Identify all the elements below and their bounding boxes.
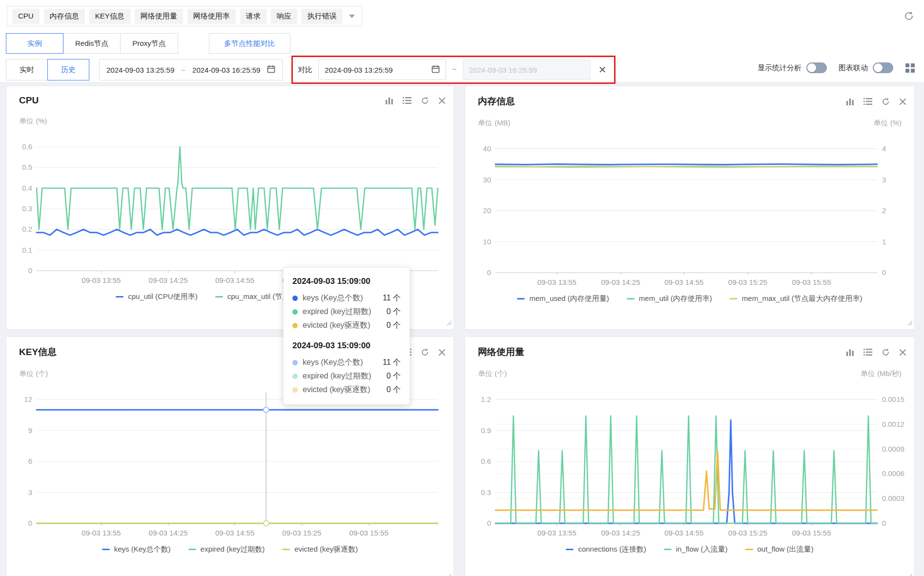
calendar-icon[interactable] <box>431 65 440 75</box>
series-dot-icon <box>292 387 298 393</box>
legend-dash <box>745 549 753 550</box>
unit-left-label: 单位 (个) <box>19 369 48 379</box>
caret-down-icon[interactable] <box>349 15 355 18</box>
svg-text:09-03 15:25: 09-03 15:25 <box>728 278 767 286</box>
close-icon[interactable] <box>438 349 446 356</box>
compare-start-input[interactable]: 2024-09-03 13:25:59 <box>318 60 446 80</box>
calendar-icon[interactable] <box>267 65 275 75</box>
legend-dash <box>116 296 123 298</box>
legend-label: out_flow (出流量) <box>758 545 814 554</box>
series-dot-icon <box>292 309 298 315</box>
scope-tab-Redis节点[interactable]: Redis节点 <box>63 33 121 54</box>
bar-chart-icon[interactable] <box>385 97 393 105</box>
svg-text:6: 6 <box>28 457 32 465</box>
chart-link-toggle[interactable] <box>873 62 893 73</box>
tooltip-series-label: evicted (key驱逐数) <box>303 385 370 395</box>
close-icon[interactable] <box>899 98 906 105</box>
tooltip-row: keys (Key总个数)11 个 <box>292 356 401 369</box>
legend-item[interactable]: mem_util (内存使用率) <box>627 294 712 303</box>
refresh-icon[interactable] <box>421 97 429 105</box>
legend-item[interactable]: mem_used (内存使用量) <box>517 294 609 303</box>
refresh-icon[interactable] <box>421 348 429 357</box>
legend-item[interactable]: mem_max_util (节点最大内存使用率) <box>730 294 862 303</box>
multi-node-compare-button[interactable]: 多节点性能对比 <box>209 33 290 54</box>
metric-tab-执行错误[interactable]: 执行错误 <box>302 9 343 24</box>
chart-area[interactable]: 00.10.20.30.40.50.609-03 13:5509-03 14:2… <box>6 127 453 290</box>
list-icon[interactable] <box>863 98 872 105</box>
svg-text:09-03 14:25: 09-03 14:25 <box>601 529 640 537</box>
legend-dash <box>517 298 525 299</box>
scope-tab-Proxy节点[interactable]: Proxy节点 <box>120 33 178 54</box>
svg-text:09-03 13:55: 09-03 13:55 <box>537 278 576 286</box>
tooltip-series-value: 11 个 <box>383 293 401 303</box>
svg-text:0.2: 0.2 <box>22 225 32 233</box>
chart-area[interactable]: 00.00030.00060.00090.00120.001500.30.60.… <box>465 380 914 543</box>
metric-tab-内存信息[interactable]: 内存信息 <box>44 9 85 24</box>
close-icon[interactable] <box>438 97 446 104</box>
grid-layout-icon[interactable] <box>905 63 915 73</box>
legend-dash <box>102 549 110 550</box>
chart-legend: connections (连接数)in_flow (入流量)out_flow (… <box>465 545 914 554</box>
resize-handle[interactable] <box>446 572 452 576</box>
legend-item[interactable]: out_flow (出流量) <box>745 545 814 554</box>
legend-label: evicted (key驱逐数) <box>294 545 358 554</box>
svg-text:09-03 14:25: 09-03 14:25 <box>601 278 640 286</box>
legend-item[interactable]: cpu_util (CPU使用率) <box>116 292 198 301</box>
resize-handle[interactable] <box>906 572 913 576</box>
compare-label: 对比 <box>298 65 312 75</box>
list-icon[interactable] <box>403 97 411 104</box>
metric-tab-网络使用量[interactable]: 网络使用量 <box>135 9 183 24</box>
svg-text:0.0003: 0.0003 <box>882 494 904 502</box>
chart-area[interactable]: 0123401020304009-03 13:5509-03 14:2509-0… <box>465 129 914 292</box>
scope-tab-实例[interactable]: 实例 <box>6 33 63 54</box>
panel-title: 网络使用量 <box>478 346 524 358</box>
legend-item[interactable]: keys (Key总个数) <box>102 545 171 554</box>
series-dot-icon <box>292 360 298 365</box>
legend-item[interactable]: in_flow (入流量) <box>664 545 728 554</box>
bar-chart-icon[interactable] <box>846 98 854 106</box>
realtime-button[interactable]: 实时 <box>6 59 48 80</box>
metric-tab-请求[interactable]: 请求 <box>240 9 267 24</box>
resize-handle[interactable] <box>906 319 913 328</box>
unit-row: 单位 (个)单位 (Mb/秒) <box>465 369 914 379</box>
legend-label: mem_util (内存使用率) <box>639 294 712 303</box>
list-icon[interactable] <box>863 348 872 356</box>
unit-row: 单位 (%) <box>6 117 453 126</box>
tooltip-time: 2024-09-03 15:09:00 <box>292 341 401 351</box>
resize-handle[interactable] <box>446 319 452 328</box>
svg-text:0: 0 <box>882 268 886 277</box>
svg-text:0: 0 <box>882 519 886 527</box>
tooltip-section: 2024-09-03 15:09:00keys (Key总个数)11 个expi… <box>292 341 401 397</box>
time-range-picker[interactable]: 2024-09-03 13:25:59 ~ 2024-09-03 16:25:5… <box>99 59 283 80</box>
legend-item[interactable]: expired (key过期数) <box>188 545 265 554</box>
legend-dash <box>215 296 223 298</box>
history-button[interactable]: 历史 <box>47 59 89 80</box>
metric-tab-CPU[interactable]: CPU <box>12 9 40 24</box>
metric-tab-网络使用率[interactable]: 网络使用率 <box>187 9 236 24</box>
chart-legend: mem_used (内存使用量)mem_util (内存使用率)mem_max_… <box>465 294 914 303</box>
legend-label: cpu_util (CPU使用率) <box>128 292 198 301</box>
svg-text:09-03 14:55: 09-03 14:55 <box>215 276 254 284</box>
svg-text:0: 0 <box>487 268 491 277</box>
close-icon[interactable] <box>899 349 906 356</box>
metric-tab-响应[interactable]: 响应 <box>271 9 297 24</box>
compare-end-input: 2024-09-03 16:25:59 <box>463 60 591 80</box>
page-refresh-icon[interactable] <box>903 11 914 23</box>
stats-toggle[interactable] <box>806 62 827 73</box>
legend-item[interactable]: evicted (key驱逐数) <box>282 545 358 554</box>
svg-text:0: 0 <box>28 519 32 527</box>
compare-clear-icon[interactable]: ✕ <box>596 65 609 75</box>
panel-actions <box>846 98 906 106</box>
chart-legend: keys (Key总个数)expired (key过期数)evicted (ke… <box>6 545 453 554</box>
svg-text:09-03 14:55: 09-03 14:55 <box>664 529 703 537</box>
compare-highlight-box: 对比 2024-09-03 13:25:59 ~ 2024-09-03 16:2… <box>291 56 616 84</box>
tooltip-series-label: expired (key过期数) <box>303 371 371 381</box>
legend-item[interactable]: connections (连接数) <box>566 545 646 554</box>
svg-text:09-03 15:55: 09-03 15:55 <box>792 278 831 286</box>
refresh-icon[interactable] <box>882 348 890 357</box>
bar-chart-icon[interactable] <box>846 348 854 357</box>
tooltip-series-value: 0 个 <box>387 320 401 331</box>
svg-text:09-03 15:25: 09-03 15:25 <box>728 529 767 537</box>
metric-tab-KEY信息[interactable]: KEY信息 <box>89 9 130 24</box>
refresh-icon[interactable] <box>882 98 890 106</box>
